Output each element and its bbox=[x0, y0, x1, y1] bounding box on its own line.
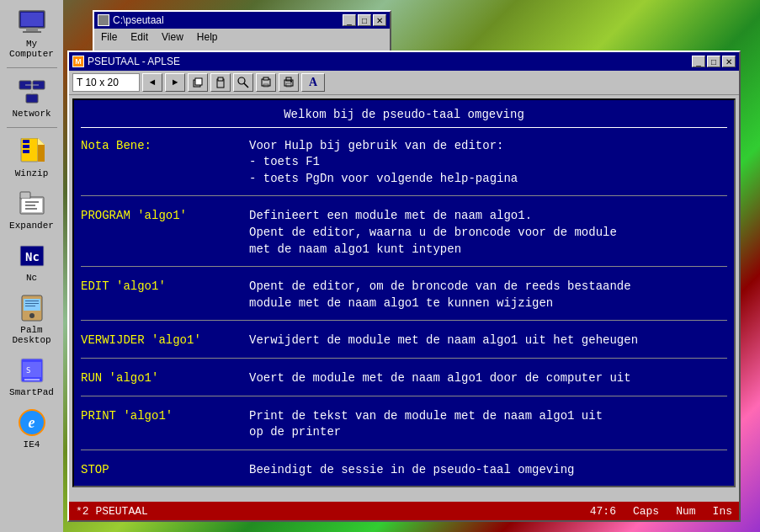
nota-bene-section: Nota Bene: Voor Hulp bij gebruik van de … bbox=[81, 138, 727, 197]
command-label-0: PROGRAM 'algo1' bbox=[81, 208, 249, 258]
bg-window-maximize[interactable]: □ bbox=[358, 14, 371, 26]
toolbar-btn-print-preview[interactable] bbox=[256, 73, 276, 92]
svg-rect-41 bbox=[263, 77, 268, 80]
svg-rect-28 bbox=[25, 303, 39, 304]
svg-text:Nc: Nc bbox=[25, 250, 40, 263]
svg-point-38 bbox=[238, 77, 245, 84]
toolbar-btn-2[interactable]: ► bbox=[165, 73, 185, 92]
toolbar-btn-print[interactable] bbox=[279, 73, 299, 92]
bg-menu-view[interactable]: View bbox=[158, 30, 187, 44]
svg-rect-17 bbox=[20, 192, 30, 199]
status-num: Num bbox=[676, 505, 695, 518]
status-ins: Ins bbox=[713, 505, 732, 518]
toolbar-btn-1[interactable]: ◄ bbox=[142, 73, 162, 92]
command-desc-2: Verwijdert de module met de naam algo1 u… bbox=[249, 332, 727, 349]
main-window-title: PSEUTAAL - APLSE bbox=[88, 56, 180, 67]
main-minimize-btn[interactable]: _ bbox=[692, 56, 705, 67]
toolbar-btn-paste[interactable] bbox=[210, 73, 231, 92]
command-desc-3: Voert de module met de naam algo1 door d… bbox=[249, 370, 727, 387]
sidebar-item-palm-desktop[interactable]: Palm Desktop bbox=[3, 290, 61, 348]
main-window: M PSEUTAAL - APLSE _ □ ✕ T 10 x 20 ◄ ► bbox=[67, 51, 741, 522]
status-caps: Caps bbox=[633, 505, 659, 518]
sidebar-item-my-computer[interactable]: My Computer bbox=[3, 3, 61, 62]
bg-menu-help[interactable]: Help bbox=[194, 30, 221, 44]
command-label-5: STOP bbox=[81, 462, 249, 479]
svg-rect-27 bbox=[25, 301, 39, 301]
toolbar-btn-zoom[interactable] bbox=[233, 73, 253, 92]
ie4-icon: e bbox=[17, 407, 47, 438]
svg-point-46 bbox=[290, 81, 292, 82]
bg-window-title: C:\pseutaal bbox=[113, 14, 164, 26]
bg-window-close[interactable]: ✕ bbox=[373, 14, 386, 26]
sidebar-item-my-computer-label: My Computer bbox=[7, 39, 57, 59]
sidebar-item-smartpad[interactable]: S SmartPad bbox=[3, 352, 61, 401]
sidebar-divider-2 bbox=[7, 127, 57, 128]
main-close-btn[interactable]: ✕ bbox=[722, 56, 736, 67]
svg-rect-29 bbox=[25, 306, 35, 306]
command-label-1: EDIT 'algo1' bbox=[81, 279, 249, 311]
font-selector-value: T 10 x 20 bbox=[77, 77, 119, 88]
sidebar-item-network[interactable]: Network bbox=[3, 73, 61, 122]
svg-rect-3 bbox=[23, 31, 41, 33]
svg-rect-11 bbox=[23, 140, 29, 143]
svg-rect-2 bbox=[26, 28, 38, 31]
command-desc-4: Print de tekst van de module met de naam… bbox=[249, 408, 727, 441]
bg-window-minimize[interactable]: _ bbox=[343, 14, 356, 26]
font-selector[interactable]: T 10 x 20 bbox=[72, 73, 140, 92]
main-maximize-btn[interactable]: □ bbox=[707, 56, 720, 67]
sidebar-item-winzip[interactable]: Winzip bbox=[3, 133, 61, 182]
sidebar-item-palm-desktop-label: Palm Desktop bbox=[7, 325, 57, 345]
bg-window-icon bbox=[98, 14, 109, 26]
command-label-4: PRINT 'algo1' bbox=[81, 408, 249, 441]
svg-line-39 bbox=[244, 83, 248, 88]
command-section-3: RUN 'algo1'Voert de module met de naam a… bbox=[81, 370, 727, 396]
command-section-4: PRINT 'algo1'Print de tekst van de modul… bbox=[81, 408, 727, 450]
content-area[interactable]: Welkom bij de pseudo-taal omgeving Nota … bbox=[72, 98, 736, 487]
sidebar-item-network-label: Network bbox=[12, 109, 50, 119]
main-titlebar-left: M PSEUTAAL - APLSE bbox=[72, 56, 180, 67]
command-section-5: STOPBeeindigt de sessie in de pseudo-taa… bbox=[81, 462, 727, 487]
sidebar-item-ie4[interactable]: e IE4 bbox=[3, 404, 61, 453]
main-titlebar-buttons: _ □ ✕ bbox=[692, 56, 736, 67]
svg-rect-1 bbox=[21, 13, 43, 26]
nota-bene-line-2: - toets F1 bbox=[249, 154, 727, 171]
svg-rect-35 bbox=[195, 78, 202, 85]
sidebar-item-winzip-label: Winzip bbox=[15, 168, 49, 178]
bg-window: C:\pseutaal _ □ ✕ File Edit View Help bbox=[93, 10, 391, 52]
bg-menu-edit[interactable]: Edit bbox=[127, 30, 151, 44]
sidebar-item-nc[interactable]: Nc Nc bbox=[3, 237, 61, 286]
toolbar-btn-font[interactable]: A bbox=[301, 73, 325, 92]
status-right: 47:6 Caps Num Ins bbox=[590, 505, 732, 518]
svg-marker-15 bbox=[38, 138, 45, 145]
bg-menu-file[interactable]: File bbox=[98, 30, 120, 44]
toolbar-btn-copy[interactable] bbox=[188, 73, 208, 92]
help-header: Welkom bij de pseudo-taal omgeving bbox=[81, 107, 727, 128]
command-desc-1: Opent de editor, om de broncode van de r… bbox=[249, 279, 727, 311]
command-sections: PROGRAM 'algo1'Definieert een module met… bbox=[81, 208, 727, 487]
command-section-2: VERWIJDER 'algo1'Verwijdert de module me… bbox=[81, 332, 727, 359]
sidebar-divider-1 bbox=[7, 67, 57, 68]
bg-window-buttons: _ □ ✕ bbox=[343, 14, 386, 26]
command-desc-5: Beeindigt de sessie in de pseudo-taal om… bbox=[249, 462, 727, 479]
sidebar-item-expander-label: Expander bbox=[9, 221, 54, 231]
command-label-2: VERWIJDER 'algo1' bbox=[81, 332, 249, 349]
sidebar-item-smartpad-label: SmartPad bbox=[9, 387, 54, 397]
sidebar: My Computer Network bbox=[0, 0, 63, 532]
bg-window-title-area: C:\pseutaal bbox=[98, 14, 164, 26]
command-section-0: PROGRAM 'algo1'Definieert een module met… bbox=[81, 208, 727, 267]
main-window-titlebar[interactable]: M PSEUTAAL - APLSE _ □ ✕ bbox=[69, 52, 739, 71]
main-toolbar: T 10 x 20 ◄ ► bbox=[69, 71, 739, 95]
svg-rect-37 bbox=[218, 77, 223, 81]
help-header-text: Welkom bij de pseudo-taal omgeving bbox=[284, 108, 524, 121]
sidebar-item-expander[interactable]: Expander bbox=[3, 185, 61, 234]
nota-bene-line-1: Voor Hulp bij gebruik van de editor: bbox=[249, 138, 727, 155]
bg-window-titlebar[interactable]: C:\pseutaal _ □ ✕ bbox=[94, 12, 390, 29]
bg-window-menu: File Edit View Help bbox=[94, 29, 390, 45]
nota-bene-line-3: - toets PgDn voor volgende help-pagina bbox=[249, 171, 727, 188]
main-app-icon: M bbox=[72, 56, 84, 67]
network-icon bbox=[17, 77, 47, 107]
command-section-1: EDIT 'algo1'Opent de editor, om de bronc… bbox=[81, 279, 727, 321]
sidebar-item-nc-label: Nc bbox=[26, 273, 37, 283]
nc-icon: Nc bbox=[17, 241, 47, 271]
palm-desktop-icon bbox=[17, 293, 47, 323]
